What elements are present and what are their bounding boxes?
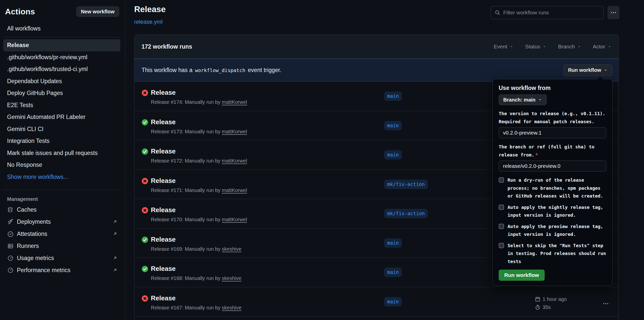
external-link-icon	[113, 255, 118, 261]
run-actor-link[interactable]: mattKorwel	[222, 129, 247, 134]
sidebar-item-workflow[interactable]: Deploy GitHub Pages	[3, 87, 120, 99]
failure-icon	[142, 295, 148, 302]
workflow-file-link[interactable]: release.yml	[134, 19, 162, 25]
ref-input[interactable]	[499, 161, 606, 172]
branch-badge[interactable]: mk/fix-action	[384, 180, 428, 189]
required-marker: *	[535, 152, 538, 157]
sidebar-item-workflow[interactable]: Dependabot Updates	[3, 75, 120, 87]
run-time: 1 hour ago	[543, 296, 567, 302]
sidebar-item-show-more[interactable]: Show more workflows...	[3, 171, 120, 183]
kebab-horizontal-icon	[610, 10, 617, 16]
filter-runs-input[interactable]	[503, 10, 600, 16]
rocket-icon	[8, 219, 13, 225]
runs-list-header: 172 workflow runs EventStatusBranchActor	[134, 35, 619, 59]
stopwatch-icon	[535, 305, 540, 310]
filter-event[interactable]: Event	[494, 44, 514, 50]
sidebar-divider	[3, 189, 122, 190]
sidebar-item-workflow[interactable]: Release	[3, 39, 120, 51]
chevron-down-icon	[607, 45, 611, 49]
filter-runs-searchbox[interactable]	[491, 6, 604, 19]
run-workflow-submit-button[interactable]: Run workflow	[499, 270, 545, 281]
run-actor-link[interactable]: mattKorwel	[222, 217, 247, 222]
run-name-link[interactable]: Release	[151, 294, 176, 302]
run-options-button[interactable]	[602, 300, 610, 308]
run-description: Release #169: Manually run by skeshive	[151, 246, 241, 252]
run-name-link[interactable]: Release	[151, 236, 176, 243]
run-name-link[interactable]: Release	[151, 118, 176, 126]
success-icon	[142, 236, 148, 243]
chevron-down-icon	[510, 45, 514, 49]
failure-icon	[142, 178, 148, 184]
sidebar-item-all-workflows[interactable]: All workflows	[3, 22, 120, 35]
run-name-link[interactable]: Release	[151, 265, 176, 273]
management-item-label: Runners	[17, 243, 39, 249]
run-workflow-dropdown-button[interactable]: Run workflow	[564, 65, 612, 76]
run-name-link[interactable]: Release	[151, 147, 176, 155]
checkbox[interactable]	[499, 243, 504, 248]
sidebar-item-workflow[interactable]: .github/workflows/pr-review.yml	[3, 51, 120, 63]
sidebar-divider	[3, 37, 122, 37]
version-input[interactable]	[499, 127, 606, 138]
branch-badge[interactable]: main	[384, 297, 402, 306]
checkbox-label[interactable]: Select to skip the "Run Tests" step in t…	[508, 242, 606, 266]
run-actor-link[interactable]: mattKorwel	[222, 99, 247, 105]
branch-selector-button[interactable]: Branch: main	[499, 94, 547, 105]
sidebar-item-workflow[interactable]: E2E Tests	[3, 99, 120, 111]
run-description: Release #173: Manually run by mattKorwel	[151, 129, 247, 135]
dialog-checkbox-row: Auto apply the nightly release tag, inpu…	[499, 203, 606, 219]
branch-badge[interactable]: main	[384, 238, 402, 248]
verified-icon	[8, 231, 13, 237]
calendar-icon	[535, 297, 540, 302]
sidebar-item-workflow[interactable]: .github/workflows/trusted-ci.yml	[3, 63, 120, 75]
branch-badge[interactable]: main	[384, 121, 402, 130]
checkbox[interactable]	[499, 224, 504, 229]
run-name-link[interactable]: Release	[151, 206, 176, 214]
workflow-options-button[interactable]	[608, 6, 619, 19]
run-description: Release #174: Manually run by mattKorwel	[151, 99, 247, 105]
management-list: CachesDeploymentsAttestationsRunnersUsag…	[0, 204, 125, 276]
sidebar-item-attestations[interactable]: Attestations	[0, 228, 125, 240]
sidebar-item-workflow[interactable]: Gemini CLI CI	[3, 123, 120, 135]
run-actor-link[interactable]: skeshive	[222, 305, 241, 310]
sidebar-item-usage-metrics[interactable]: Usage metrics	[0, 252, 125, 264]
filter-branch[interactable]: Branch	[558, 44, 581, 50]
run-name-link[interactable]: Release	[151, 89, 176, 97]
branch-badge[interactable]: mk/fix-action	[384, 209, 428, 218]
sidebar-item-workflow[interactable]: Mark stale issues and pull requests	[3, 147, 120, 159]
sidebar-item-workflow[interactable]: Integration Tests	[3, 135, 120, 147]
run-name-link[interactable]: Release	[151, 177, 176, 185]
checkbox[interactable]	[499, 177, 504, 183]
sidebar-item-performance-metrics[interactable]: Performance metrics	[0, 264, 125, 276]
management-section-label: Management	[7, 196, 125, 202]
sidebar-item-deployments[interactable]: Deployments	[0, 216, 125, 228]
sidebar-item-workflow[interactable]: Gemini Automated PR Labeler	[3, 111, 120, 123]
sidebar-item-runners[interactable]: Runners	[0, 240, 125, 252]
run-actor-link[interactable]: skeshive	[222, 246, 241, 252]
run-workflow-dialog: Use workflow from Branch: main The versi…	[492, 79, 612, 286]
chevron-down-icon	[538, 98, 542, 102]
checkbox[interactable]	[499, 205, 504, 210]
run-actor-link[interactable]: mattKorwel	[222, 158, 247, 164]
checkbox-label[interactable]: Run a dry-run of the release process; no…	[508, 176, 603, 200]
failure-icon	[142, 89, 148, 96]
run-actor-link[interactable]: skeshive	[222, 275, 241, 281]
external-link-icon	[113, 219, 118, 224]
server-icon	[8, 243, 13, 249]
success-icon	[142, 119, 148, 126]
checkbox-label[interactable]: Auto apply the preview release tag, inpu…	[508, 222, 603, 238]
sidebar-item-workflow[interactable]: No Response	[3, 159, 120, 171]
branch-badge[interactable]: main	[384, 91, 402, 101]
branch-badge[interactable]: main	[384, 268, 402, 277]
checkbox-label[interactable]: Auto apply the nightly release tag, inpu…	[508, 203, 603, 219]
sidebar-item-caches[interactable]: Caches	[0, 204, 125, 216]
run-actor-link[interactable]: mattKorwel	[222, 187, 247, 193]
workflow-run-row[interactable]: ReleaseRelease #167: Manually run by ske…	[134, 287, 619, 317]
chevron-down-icon	[577, 45, 581, 49]
branch-badge[interactable]: main	[384, 150, 402, 159]
filter-actor[interactable]: Actor	[593, 44, 611, 50]
new-workflow-button[interactable]: New workflow	[76, 7, 119, 17]
filter-status[interactable]: Status	[525, 44, 547, 50]
dialog-checkbox-list: Run a dry-run of the release process; no…	[499, 176, 606, 265]
success-icon	[142, 148, 148, 155]
dialog-checkbox-row: Auto apply the preview release tag, inpu…	[499, 222, 606, 238]
